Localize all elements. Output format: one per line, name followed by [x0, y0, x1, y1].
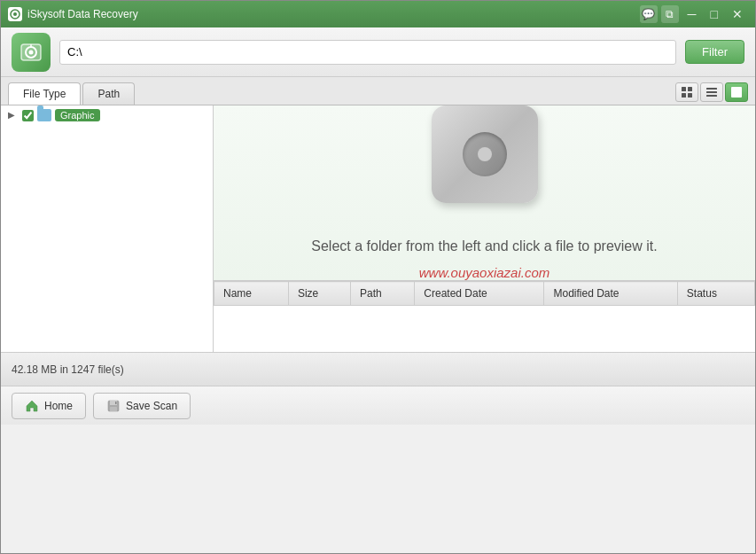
- svg-rect-8: [682, 93, 686, 98]
- detail-view-button[interactable]: [725, 82, 748, 102]
- svg-point-1: [13, 12, 17, 16]
- app-logo: [12, 33, 51, 72]
- grid-view-button[interactable]: [675, 82, 698, 102]
- files-table: Name Size Path Created Date Modified Dat…: [214, 281, 755, 306]
- minimize-button[interactable]: ─: [682, 6, 702, 22]
- tabs-bar: File Type Path: [1, 77, 755, 105]
- left-panel: ▶ Graphic: [1, 105, 214, 352]
- right-panel: Select a folder from the left and click …: [214, 105, 755, 352]
- table-header-row: Name Size Path Created Date Modified Dat…: [214, 282, 755, 306]
- status-text: 42.18 MB in 1247 file(s): [12, 363, 124, 376]
- svg-rect-13: [731, 87, 742, 98]
- window-controls[interactable]: 💬 ⧉ ─ □ ✕: [640, 5, 748, 23]
- app-title: iSkysoft Data Recovery: [27, 8, 138, 20]
- close-button[interactable]: ✕: [727, 6, 748, 22]
- save-icon: [106, 399, 121, 413]
- col-name[interactable]: Name: [214, 282, 289, 306]
- col-path[interactable]: Path: [351, 282, 415, 306]
- col-created-date[interactable]: Created Date: [415, 282, 544, 306]
- svg-rect-11: [706, 91, 717, 93]
- disk-body: [432, 105, 538, 203]
- save-scan-label: Save Scan: [126, 400, 177, 412]
- tree-checkbox-graphic[interactable]: [22, 110, 34, 121]
- maximize-button[interactable]: □: [705, 6, 723, 22]
- tree-label-graphic[interactable]: Graphic: [55, 109, 100, 121]
- disk-icon: [427, 105, 542, 221]
- preview-message: Select a folder from the left and click …: [311, 238, 657, 254]
- panel-layout: ▶ Graphic Select a folder from the left …: [1, 105, 755, 352]
- status-bar: 42.18 MB in 1247 file(s): [1, 352, 755, 386]
- svg-rect-7: [688, 87, 692, 91]
- toolbar: Filter: [1, 27, 755, 77]
- save-scan-button[interactable]: Save Scan: [93, 393, 191, 419]
- home-label: Home: [44, 400, 73, 412]
- col-size[interactable]: Size: [288, 282, 350, 306]
- search-input[interactable]: [59, 40, 676, 65]
- svg-rect-9: [688, 93, 692, 98]
- tab-path[interactable]: Path: [82, 82, 135, 105]
- svg-rect-17: [115, 402, 117, 404]
- list-view-button[interactable]: [700, 82, 723, 102]
- svg-rect-6: [682, 87, 686, 91]
- bottom-bar: Home Save Scan: [1, 386, 755, 425]
- title-bar-left: iSkysoft Data Recovery: [8, 7, 138, 21]
- tree-expand-arrow[interactable]: ▶: [8, 110, 19, 121]
- svg-point-4: [29, 50, 34, 54]
- svg-rect-16: [110, 407, 117, 411]
- disk-center: [463, 132, 507, 176]
- app-icon: [8, 7, 22, 21]
- svg-rect-12: [706, 95, 717, 97]
- tab-file-type[interactable]: File Type: [8, 82, 81, 105]
- preview-watermark: www.ouyaoxiazai.com: [419, 265, 550, 280]
- restore-icon-btn[interactable]: ⧉: [661, 5, 679, 23]
- home-button[interactable]: Home: [12, 393, 86, 419]
- col-status[interactable]: Status: [677, 282, 754, 306]
- table-area: Name Size Path Created Date Modified Dat…: [214, 281, 755, 352]
- tabs-left: File Type Path: [8, 82, 135, 105]
- svg-rect-10: [706, 88, 717, 90]
- view-controls: [675, 82, 748, 105]
- preview-area: Select a folder from the left and click …: [214, 105, 755, 281]
- folder-icon: [37, 109, 51, 121]
- tree-item-graphic[interactable]: ▶ Graphic: [1, 105, 213, 125]
- chat-icon-btn[interactable]: 💬: [640, 5, 658, 23]
- col-modified-date[interactable]: Modified Date: [544, 282, 677, 306]
- home-icon: [25, 399, 39, 413]
- title-bar: iSkysoft Data Recovery 💬 ⧉ ─ □ ✕: [1, 1, 755, 27]
- filter-button[interactable]: Filter: [685, 40, 744, 64]
